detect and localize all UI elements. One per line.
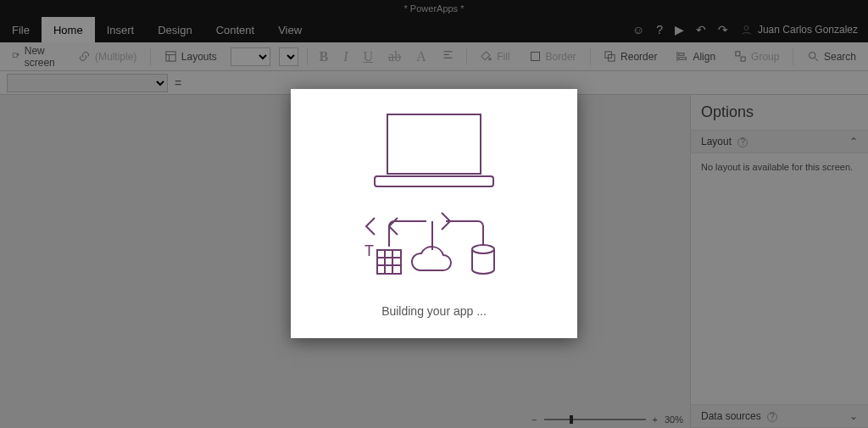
svg-point-29 xyxy=(472,245,494,253)
building-app-message: Building your app ... xyxy=(381,304,487,318)
laptop-illustration xyxy=(370,110,498,191)
sources-illustration: T xyxy=(360,209,509,286)
svg-text:T: T xyxy=(364,242,374,259)
svg-rect-22 xyxy=(375,176,493,186)
svg-rect-24 xyxy=(377,250,401,274)
building-app-modal: T Building your app ... xyxy=(291,89,577,338)
svg-rect-21 xyxy=(387,114,481,174)
